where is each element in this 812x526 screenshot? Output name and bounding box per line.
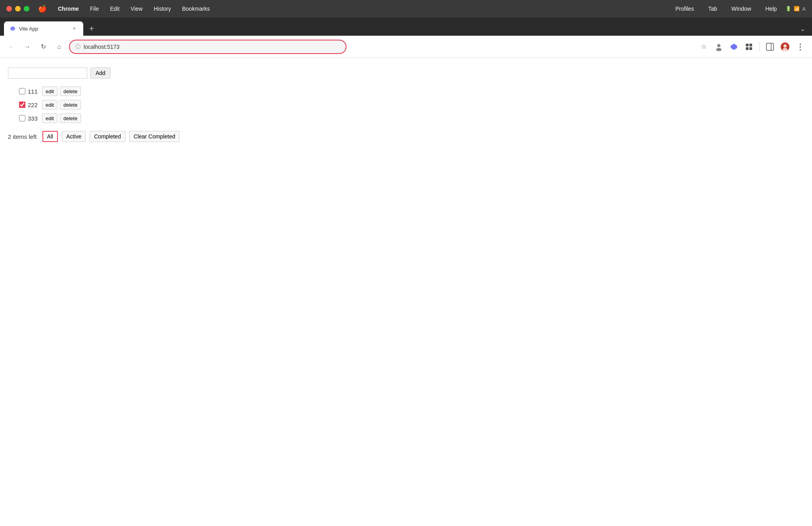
sidebar-button[interactable] bbox=[764, 40, 776, 53]
vite-extension-icon[interactable] bbox=[728, 40, 740, 53]
tab-favicon bbox=[10, 25, 16, 32]
help-menu[interactable]: Help bbox=[760, 6, 783, 12]
chrome-menu-button[interactable]: ⋮ bbox=[794, 40, 806, 53]
tabbar-right: ⌄ bbox=[797, 23, 808, 36]
todo-text-3: 333 bbox=[28, 115, 40, 122]
svg-rect-8 bbox=[749, 47, 752, 50]
profile-avatar[interactable] bbox=[779, 40, 791, 53]
filter-active-button[interactable]: Active bbox=[62, 131, 86, 142]
maximize-button[interactable] bbox=[24, 6, 29, 12]
apple-menu[interactable]: 🍎 bbox=[33, 0, 52, 17]
svg-rect-7 bbox=[746, 47, 749, 50]
app-content: Add 111 edit delete 222 edit delete 333 … bbox=[0, 58, 812, 526]
delete-button-2[interactable]: delete bbox=[60, 100, 81, 109]
view-menu[interactable]: View bbox=[125, 0, 148, 17]
todo-checkbox-1[interactable] bbox=[19, 88, 25, 94]
add-form: Add bbox=[8, 67, 804, 79]
clock: A bbox=[802, 6, 806, 12]
svg-point-13 bbox=[783, 48, 787, 51]
edit-button-2[interactable]: edit bbox=[42, 100, 57, 109]
extensions-button[interactable] bbox=[743, 40, 755, 53]
todo-list: 111 edit delete 222 edit delete 333 edit… bbox=[8, 86, 804, 123]
delete-button-1[interactable]: delete bbox=[60, 86, 81, 96]
todo-item: 222 edit delete bbox=[19, 100, 804, 109]
delete-button-3[interactable]: delete bbox=[60, 113, 81, 123]
tab-menu[interactable]: Tab bbox=[703, 6, 723, 12]
add-button[interactable]: Add bbox=[90, 67, 111, 79]
history-menu[interactable]: History bbox=[148, 0, 177, 17]
svg-point-3 bbox=[716, 48, 722, 51]
items-count: 2 items left bbox=[8, 133, 37, 140]
todo-text-2: 222 bbox=[28, 102, 40, 108]
clear-completed-button[interactable]: Clear Completed bbox=[129, 131, 180, 142]
address-bar[interactable]: ⓘ localhost:5173 bbox=[69, 40, 347, 54]
window-menu[interactable]: Window bbox=[726, 6, 757, 12]
user-icon[interactable] bbox=[712, 40, 725, 53]
menubar-right: Profiles Tab Window Help 🔋 📶 A bbox=[670, 6, 806, 12]
todo-item: 333 edit delete bbox=[19, 113, 804, 123]
tab-title: Vite App bbox=[19, 26, 67, 32]
svg-point-12 bbox=[783, 44, 787, 48]
forward-button[interactable]: → bbox=[21, 41, 33, 53]
profiles-menu[interactable]: Profiles bbox=[670, 6, 699, 12]
toolbar-separator bbox=[759, 42, 760, 52]
info-icon: ⓘ bbox=[75, 43, 80, 50]
tabbar: Vite App × + ⌄ bbox=[0, 17, 812, 36]
menubar: 🍎 Chrome File Edit View History Bookmark… bbox=[0, 0, 812, 17]
edit-button-3[interactable]: edit bbox=[42, 113, 57, 123]
active-tab[interactable]: Vite App × bbox=[4, 21, 83, 36]
todo-text-1: 111 bbox=[28, 88, 40, 95]
url-text: localhost:5173 bbox=[84, 44, 340, 50]
traffic-lights bbox=[6, 6, 29, 12]
todo-checkbox-3[interactable] bbox=[19, 115, 25, 121]
todo-item: 111 edit delete bbox=[19, 86, 804, 96]
home-button[interactable]: ⌂ bbox=[53, 41, 65, 53]
edit-button-1[interactable]: edit bbox=[42, 86, 57, 96]
file-menu[interactable]: File bbox=[84, 0, 105, 17]
minimize-button[interactable] bbox=[15, 6, 21, 12]
svg-rect-9 bbox=[766, 43, 774, 50]
tab-list-button[interactable]: ⌄ bbox=[797, 23, 808, 34]
svg-rect-6 bbox=[749, 44, 752, 46]
chrome-menu[interactable]: Chrome bbox=[52, 0, 84, 17]
status-icons: 🔋 📶 A bbox=[785, 6, 806, 12]
close-button[interactable] bbox=[6, 6, 12, 12]
toolbar-right: ☆ bbox=[697, 40, 806, 53]
battery-icon: 🔋 bbox=[785, 6, 791, 12]
wifi-icon: 📶 bbox=[794, 6, 800, 12]
new-todo-input[interactable] bbox=[8, 67, 87, 79]
toolbar: ← → ↻ ⌂ ⓘ localhost:5173 ☆ bbox=[0, 36, 812, 58]
tab-close-button[interactable]: × bbox=[71, 25, 78, 32]
new-tab-button[interactable]: + bbox=[86, 23, 98, 35]
edit-menu[interactable]: Edit bbox=[104, 0, 125, 17]
bookmarks-menu[interactable]: Bookmarks bbox=[176, 0, 215, 17]
filter-all-button[interactable]: All bbox=[42, 131, 58, 142]
reload-button[interactable]: ↻ bbox=[37, 41, 49, 53]
svg-rect-5 bbox=[746, 44, 749, 46]
footer: 2 items left All Active Completed Clear … bbox=[8, 131, 804, 142]
svg-point-2 bbox=[717, 44, 720, 47]
bookmark-button[interactable]: ☆ bbox=[697, 40, 710, 53]
svg-marker-4 bbox=[731, 44, 737, 50]
back-button[interactable]: ← bbox=[6, 41, 17, 53]
filter-completed-button[interactable]: Completed bbox=[90, 131, 125, 142]
todo-checkbox-2[interactable] bbox=[19, 102, 25, 108]
